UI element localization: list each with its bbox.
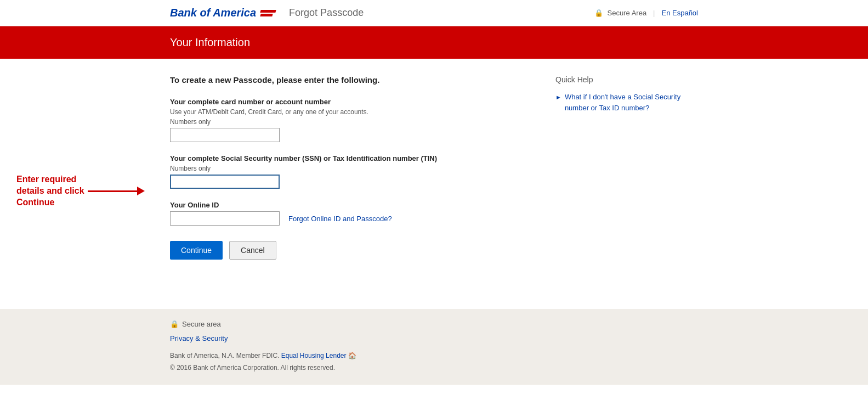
- online-id-row: Forgot Online ID and Passcode?: [170, 211, 534, 226]
- espanol-link[interactable]: En Español: [662, 9, 699, 17]
- logo-flag-icon: [260, 10, 276, 16]
- footer-lock-icon: 🔒: [170, 320, 179, 328]
- footer-legal-line1: Bank of America, N.A. Member FDIC. Equal…: [170, 350, 698, 362]
- annotation-arrow: [88, 187, 145, 195]
- page-title-header: Forgot Passcode: [289, 7, 364, 19]
- ssn-input[interactable]: [170, 175, 280, 189]
- equal-housing-icon: 🏠: [348, 352, 356, 359]
- form-intro: To create a new Passcode, please enter t…: [170, 75, 534, 85]
- cancel-button[interactable]: Cancel: [229, 241, 276, 260]
- quick-help-link[interactable]: ► What if I don't have a Social Security…: [555, 92, 698, 113]
- flag-stripe-1: [260, 10, 276, 13]
- header: Bank of America Forgot Passcode 🔒 Secure…: [0, 0, 868, 26]
- quick-help-section: Quick Help ► What if I don't have a Soci…: [555, 75, 698, 260]
- footer-secure-area: 🔒 Secure area: [170, 320, 698, 328]
- quick-help-arrow-icon: ►: [555, 93, 561, 102]
- logo-text: Bank of America: [170, 7, 256, 19]
- quick-help-link-text: What if I don't have a Social Security n…: [565, 92, 698, 113]
- annotation: Enter required details and click Continu…: [16, 174, 145, 208]
- online-id-group: Your Online ID Forgot Online ID and Pass…: [170, 201, 534, 226]
- flag-stripe-2: [260, 14, 273, 16]
- footer-secure-label: Secure area: [182, 320, 221, 328]
- arrow-head: [137, 187, 145, 195]
- annotation-text: Enter required details and click Continu…: [16, 174, 88, 208]
- header-left: Bank of America Forgot Passcode: [170, 7, 364, 19]
- bank-of-america-logo: Bank of America: [170, 7, 276, 19]
- card-number-input[interactable]: [170, 128, 280, 142]
- quick-help-title: Quick Help: [555, 75, 698, 84]
- footer-legal-text: Bank of America, N.A. Member FDIC.: [170, 352, 279, 359]
- footer-links: Privacy & Security: [170, 334, 698, 342]
- card-number-label: Your complete card number or account num…: [170, 98, 534, 106]
- online-id-input[interactable]: [170, 211, 280, 226]
- arrow-line: [88, 190, 137, 192]
- privacy-security-link[interactable]: Privacy & Security: [170, 334, 228, 342]
- footer: 🔒 Secure area Privacy & Security Bank of…: [0, 309, 868, 385]
- ssn-group: Your complete Social Security number (SS…: [170, 154, 534, 189]
- card-number-hint1: Use your ATM/Debit Card, Credit Card, or…: [170, 108, 534, 116]
- button-row: Continue Cancel: [170, 241, 534, 260]
- footer-copyright: © 2016 Bank of America Corporation. All …: [170, 362, 698, 374]
- header-right: 🔒 Secure Area | En Español: [594, 9, 698, 17]
- header-divider: |: [653, 9, 655, 17]
- equal-housing-link[interactable]: Equal Housing Lender: [281, 352, 347, 359]
- banner-title: Your Information: [170, 36, 698, 49]
- ssn-label: Your complete Social Security number (SS…: [170, 154, 534, 162]
- main-content: Enter required details and click Continu…: [0, 59, 868, 276]
- online-id-label: Your Online ID: [170, 201, 534, 209]
- lock-icon: 🔒: [594, 9, 603, 17]
- form-section: To create a new Passcode, please enter t…: [170, 75, 534, 260]
- forgot-online-id-link[interactable]: Forgot Online ID and Passcode?: [288, 215, 392, 223]
- continue-button[interactable]: Continue: [170, 241, 223, 260]
- card-number-hint2: Numbers only: [170, 118, 534, 126]
- red-banner: Your Information: [0, 26, 868, 59]
- card-number-group: Your complete card number or account num…: [170, 98, 534, 142]
- footer-legal: Bank of America, N.A. Member FDIC. Equal…: [170, 350, 698, 374]
- secure-area-label: Secure Area: [608, 9, 647, 17]
- ssn-hint: Numbers only: [170, 165, 534, 172]
